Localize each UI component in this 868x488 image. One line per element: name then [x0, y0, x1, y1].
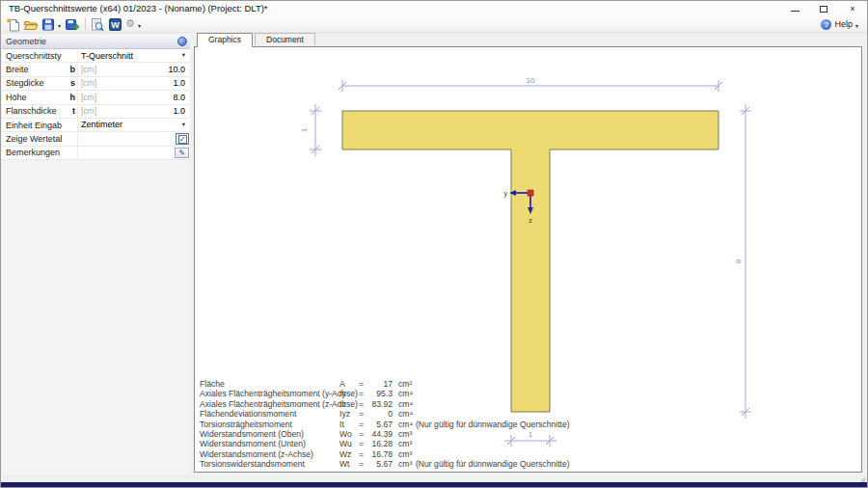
result-row: Torsionswiderstandsmoment Wt = 5.67 cm³ …	[197, 459, 861, 469]
dim-label-height: 8	[734, 258, 743, 263]
prop-label: Höhe	[2, 93, 62, 102]
window-controls: ×	[780, 1, 867, 16]
save-icon	[41, 17, 55, 32]
row-stegdicke: Stegdicke s [cm] 1.0	[2, 77, 190, 91]
centroid-marker	[528, 190, 533, 196]
unit-hint: [cm]	[81, 65, 96, 74]
wertetabelle-checkbox-cell: ✓	[176, 133, 189, 146]
word-export-button[interactable]: W	[107, 16, 123, 32]
save-dropdown-button[interactable]: ▾	[57, 16, 63, 32]
result-row: Widerstandsmoment (Oben) Wo = 44.39 cm³	[197, 429, 861, 439]
wertetabelle-checkbox[interactable]: ✓	[178, 135, 187, 144]
prop-label: Flanschdicke	[2, 106, 62, 116]
settings-dropdown-button[interactable]: ▾	[137, 16, 143, 32]
export-save-button[interactable]	[64, 16, 81, 32]
chevron-down-icon[interactable]: ▾	[178, 120, 189, 130]
t-section-shape	[342, 111, 719, 412]
row-querschnittstyp: Querschnittstyp T-Querschnitt ▾	[2, 49, 190, 63]
stegdicke-input[interactable]: 1.0	[173, 78, 185, 88]
row-breite: Breite b [cm] 10.0	[2, 63, 190, 76]
querschnittstyp-select[interactable]: T-Querschnitt	[81, 51, 133, 61]
row-bemerkungen: Bemerkungen ✎	[2, 147, 190, 160]
chevron-down-icon: ▾	[138, 22, 141, 29]
result-row: Widerstandsmoment (z-Achse) Wz = 16.78 c…	[197, 449, 861, 459]
tabbar: Graphics Document	[197, 33, 317, 46]
pencil-icon: ✎	[178, 149, 185, 157]
result-row: Torsionsträgheitsmoment It = 5.67 cm⁴ (N…	[197, 420, 861, 429]
prop-label: Breite	[2, 65, 62, 74]
unit-hint: [cm]	[81, 78, 96, 88]
settings-button[interactable]: ⚙	[124, 16, 136, 32]
axis-label-z: z	[529, 217, 532, 224]
result-row: Axiales Flächenträgheitsmoment (z-Achse)…	[197, 399, 861, 409]
geometrie-panel-header: Geometrie	[2, 35, 190, 49]
axis-label-y: y	[504, 190, 508, 198]
minimize-button[interactable]	[780, 1, 809, 16]
prop-label: Stegdicke	[2, 78, 62, 88]
save-button[interactable]	[41, 16, 56, 32]
unit-hint: [cm]	[81, 106, 96, 116]
open-folder-icon	[23, 17, 39, 32]
word-export-icon: W	[108, 17, 122, 32]
titlebar: TB-Querschnittswerte (x64) 01/2023 - (No…	[1, 1, 867, 16]
dim-label-width: 10	[527, 76, 535, 85]
print-preview-button[interactable]	[89, 16, 106, 32]
help-label: Help	[834, 19, 853, 29]
help-icon: ?	[821, 19, 831, 30]
prop-symbol: b	[62, 65, 77, 74]
result-row: Flächendeviationsmoment Iyz = 0 cm⁴	[197, 409, 861, 419]
unit-hint: [cm]	[81, 93, 96, 102]
bemerkungen-edit-button[interactable]: ✎	[175, 148, 189, 159]
property-table: Querschnittstyp T-Querschnitt ▾ Breite b…	[2, 49, 190, 160]
result-row: Widerstandsmoment (Unten) Wu = 16.28 cm³	[197, 439, 861, 448]
prop-label: Bemerkungen	[2, 148, 62, 157]
einheit-select[interactable]: Zentimeter	[81, 120, 122, 129]
minimize-icon	[791, 11, 800, 12]
close-icon: ×	[850, 4, 854, 14]
chevron-down-icon: ▾	[58, 22, 61, 29]
tab-document[interactable]: Document	[255, 33, 315, 45]
tab-graphics[interactable]: Graphics	[197, 33, 253, 47]
print-preview-icon	[90, 17, 105, 32]
dim-label-flange: 1	[300, 127, 309, 132]
chevron-down-icon[interactable]: ▾	[178, 50, 189, 61]
new-document-icon	[6, 17, 20, 32]
geometrie-panel: Geometrie Querschnittstyp T-Querschnitt …	[2, 35, 190, 474]
prop-label: Zeige Wertetabelle	[2, 134, 62, 144]
prop-label: Einheit Eingabe	[2, 121, 62, 130]
row-flanschdicke: Flanschdicke t [cm] 1.0	[2, 105, 190, 119]
app-window: TB-Querschnittswerte (x64) 01/2023 - (No…	[0, 0, 868, 488]
maximize-icon	[820, 6, 827, 13]
row-einheit-eingabe: Einheit Eingabe Zentimeter ▾	[2, 119, 190, 132]
graphics-canvas[interactable]: 10 1 8 1 y z Fläche A = 17	[194, 46, 862, 473]
toolbar: ▾ W ⚙	[1, 16, 867, 33]
maximize-button[interactable]	[809, 1, 838, 16]
row-hoehe: Höhe h [cm] 8.0	[2, 91, 190, 104]
window-title: TB-Querschnittswerte (x64) 01/2023 - (No…	[9, 1, 268, 16]
results-table: Fläche A = 17 cm² Axiales Flächenträghei…	[197, 379, 861, 470]
close-button[interactable]: ×	[838, 1, 867, 16]
breite-input[interactable]: 10.0	[168, 65, 185, 74]
panel-title: Geometrie	[6, 37, 46, 46]
toolbar-separator	[85, 18, 86, 30]
prop-symbol: h	[62, 93, 77, 102]
prop-symbol: t	[62, 106, 77, 116]
row-zeige-wertetabelle: Zeige Wertetabelle ✓	[2, 132, 190, 146]
flanschdicke-input[interactable]: 1.0	[173, 106, 185, 116]
result-row: Fläche A = 17 cm²	[197, 379, 861, 389]
hoehe-input[interactable]: 8.0	[173, 93, 185, 102]
svg-text:W: W	[111, 20, 120, 30]
result-row: Axiales Flächenträgheitsmoment (y-Achse)…	[197, 389, 861, 398]
help-button[interactable]: ? Help ▾	[821, 19, 863, 30]
new-document-button[interactable]	[5, 16, 21, 32]
window-bottom-border	[1, 482, 867, 487]
export-save-icon	[65, 17, 80, 32]
prop-label: Querschnittstyp	[2, 51, 62, 61]
open-button[interactable]	[22, 16, 40, 32]
chevron-down-icon: ▾	[855, 22, 858, 29]
gear-icon: ⚙	[125, 17, 135, 31]
panel-info-icon[interactable]	[177, 37, 187, 46]
prop-symbol: s	[62, 78, 77, 88]
